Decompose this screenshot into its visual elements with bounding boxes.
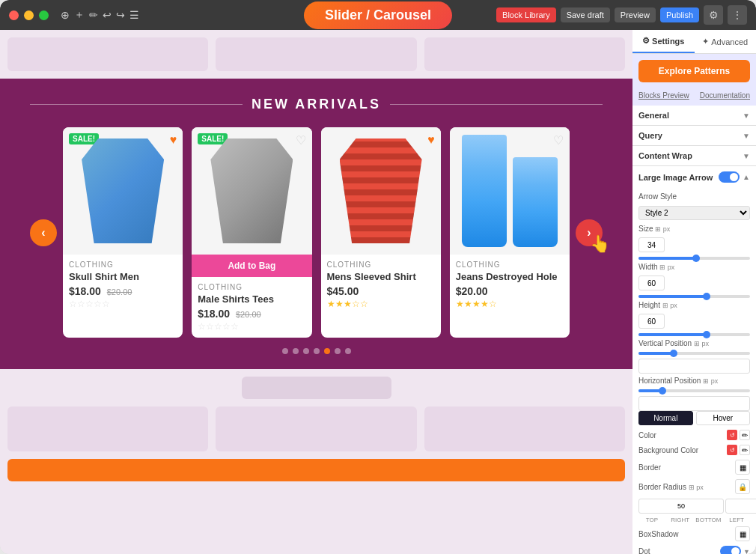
hover-button[interactable]: Hover (696, 411, 751, 425)
dot-row: Dot ▼ (638, 546, 750, 554)
preview-button[interactable]: Preview (615, 7, 656, 22)
edit-icon[interactable]: ✏ (89, 9, 98, 21)
width-inputs (638, 276, 750, 290)
wishlist-icon-4[interactable]: ♡ (553, 133, 564, 147)
dot-5[interactable] (324, 348, 330, 354)
product-category-4: CLOTHING (456, 261, 564, 269)
original-price-1: $20.00 (107, 287, 132, 296)
product-price-3: $45.00 (327, 285, 435, 297)
minimize-button[interactable] (24, 10, 34, 20)
wishlist-icon-1[interactable]: ♥ (170, 133, 177, 147)
dot-toggle[interactable] (720, 546, 741, 554)
product-image-4b (513, 157, 558, 247)
gear-button[interactable]: ⚙ (704, 5, 723, 25)
tab-advanced[interactable]: ✦ Advanced (695, 30, 757, 53)
tab-settings[interactable]: ⚙ Settings (632, 30, 695, 53)
large-image-arrow-toggle[interactable] (719, 171, 740, 183)
vertical-slider[interactable] (638, 352, 750, 355)
block-library-button[interactable]: Block Library (496, 7, 556, 22)
panel-section-large-image-arrow: Large Image Arrow ▲ Arrow Style Style 2 (632, 166, 756, 554)
carousel-prev-button[interactable]: ‹ (30, 219, 57, 246)
top-placeholder-strip (0, 30, 632, 79)
add-block-icon[interactable]: ＋ (74, 8, 85, 22)
width-slider[interactable] (638, 295, 750, 298)
height-slider[interactable] (638, 333, 750, 336)
dot-3[interactable] (303, 348, 309, 354)
close-button[interactable] (9, 10, 19, 20)
vertical-position-row: Vertical Position ⊞ px (638, 339, 750, 347)
normal-button[interactable]: Normal (638, 411, 693, 425)
bottom-block-3 (424, 407, 625, 451)
border-top-input[interactable] (638, 499, 724, 514)
vertical-input[interactable] (638, 359, 750, 374)
redo-icon[interactable]: ↪ (116, 9, 125, 21)
product-name-4: Jeans Destroyed Hole (456, 271, 564, 282)
color-picker[interactable]: ✏ (740, 430, 750, 440)
blocks-preview-link[interactable]: Blocks Preview (638, 91, 689, 100)
boxshadow-row: BoxShadow ▦ (638, 526, 750, 541)
more-button[interactable]: ⋮ (728, 5, 747, 25)
settings-icon: ⚙ (642, 36, 650, 46)
maximize-button[interactable] (39, 10, 49, 20)
traffic-lights (9, 10, 49, 20)
product-info-1: CLOTHING Skull Shirt Men $18.00 $20.00 ☆… (63, 255, 183, 315)
add-to-bag-button[interactable]: Add to Bag (192, 255, 311, 277)
dot-7[interactable] (345, 348, 351, 354)
large-image-arrow-header[interactable]: Large Image Arrow ▲ (632, 166, 756, 188)
wishlist-icon-3[interactable]: ♥ (427, 133, 435, 147)
product-info-4: CLOTHING Jeans Destroyed Hole $20.00 ★★★… (450, 255, 570, 315)
height-input[interactable] (638, 314, 665, 329)
publish-button[interactable]: Publish (660, 7, 699, 22)
product-stars-4: ★★★★☆ (456, 299, 564, 309)
border-row: Border ▦ (638, 460, 750, 475)
explore-patterns-button[interactable]: Explore Patterns (638, 60, 750, 82)
save-draft-button[interactable]: Save draft (561, 7, 610, 22)
list-icon[interactable]: ☰ (129, 9, 139, 21)
carousel-next-button[interactable]: › 👆 (576, 219, 603, 246)
content-wrap-header[interactable]: Content Wrap ▼ (632, 146, 756, 165)
bg-color-reset-icon[interactable]: ↺ (727, 445, 737, 455)
canvas: NEW ARRIVALS ‹ SALE! ♥ (0, 30, 632, 554)
horizontal-slider[interactable] (638, 389, 750, 392)
dot-4[interactable] (314, 348, 320, 354)
general-header[interactable]: General ▼ (632, 106, 756, 125)
product-category-2: CLOTHING (198, 283, 305, 291)
panel-section-content-wrap: Content Wrap ▼ (632, 146, 756, 166)
documentation-link[interactable]: Documentation (700, 91, 750, 100)
horizontal-input[interactable] (638, 396, 750, 411)
wishlist-icon-2[interactable]: ♡ (296, 133, 306, 147)
dot-chevron: ▼ (743, 548, 750, 555)
product-image-4 (462, 135, 507, 247)
product-stars-2: ☆☆☆☆☆ (198, 321, 305, 332)
sale-badge: SALE! (69, 133, 99, 144)
bg-color-picker[interactable]: ✏ (740, 445, 750, 455)
wp-icon[interactable]: ⊕ (61, 9, 70, 21)
width-input[interactable] (638, 276, 665, 290)
product-info-2: CLOTHING Male Shirts Tees $18.00 $20.00 … (192, 277, 311, 338)
dot-2[interactable] (293, 348, 299, 354)
main-window: ⊕ ＋ ✏ ↩ ↪ ☰ Slider / Carousel Block Libr… (0, 0, 756, 554)
border-lock-button[interactable]: 🔒 (735, 479, 750, 494)
dot-6[interactable] (335, 348, 341, 354)
query-header[interactable]: Query ▼ (632, 126, 756, 145)
dot-1[interactable] (282, 348, 288, 354)
product-category-3: CLOTHING (327, 261, 435, 269)
size-slider[interactable] (638, 257, 750, 260)
arrow-style-select[interactable]: Style 2 (638, 206, 750, 220)
product-carousel: ‹ SALE! ♥ CLOTHING Skull Shirt Men (30, 127, 603, 338)
general-chevron: ▼ (743, 112, 750, 120)
original-price-2: $20.00 (236, 310, 261, 319)
border-button[interactable]: ▦ (735, 460, 750, 475)
page-title: Slider / Carousel (304, 1, 452, 29)
border-right-input[interactable] (725, 499, 756, 514)
undo-icon[interactable]: ↩ (103, 9, 112, 21)
placeholder-3 (424, 37, 625, 71)
cursor-icon: 👆 (590, 234, 610, 254)
boxshadow-button[interactable]: ▦ (735, 526, 750, 541)
product-image-2 (210, 138, 293, 243)
product-name-2: Male Shirts Tees (198, 293, 305, 305)
normal-hover-buttons: Normal Hover (638, 411, 750, 425)
color-reset-icon[interactable]: ↺ (727, 430, 737, 440)
product-image-area-2: SALE! ♡ (192, 127, 311, 255)
size-input[interactable] (638, 237, 665, 252)
